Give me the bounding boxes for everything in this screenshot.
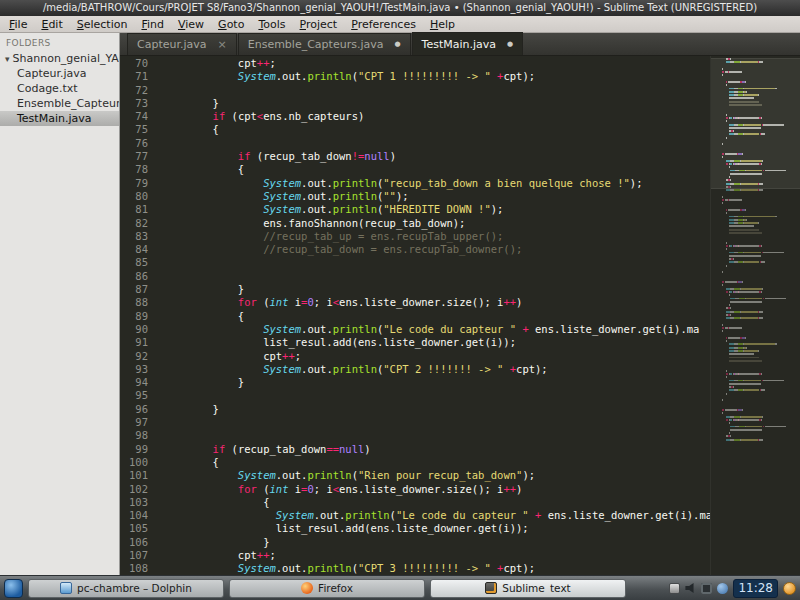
code-line: ens.fanoShannon(recup_tab_down); — [162, 217, 710, 230]
code-token: list_resul.add(ens.liste_downer.get(i)); — [162, 522, 529, 534]
code-area[interactable]: cpt++; System.out.println("CPT 1 !!!!!!!… — [156, 56, 710, 575]
sidebar-item-testmain-java[interactable]: TestMain.java — [0, 111, 119, 126]
code-token: ; — [269, 549, 275, 561]
taskbar-task-dolphin[interactable]: pc-chambre – Dolphin — [28, 579, 224, 598]
tab-capteur-java[interactable]: Capteur.java× — [127, 33, 237, 55]
line-number: 107 — [120, 549, 148, 562]
folders-header: FOLDERS — [0, 33, 119, 51]
code-token — [162, 562, 238, 574]
code-line: if (recup_tab_down==null) — [162, 443, 710, 456]
kickoff-menu-button[interactable] — [4, 579, 23, 598]
code-token: + — [491, 70, 504, 82]
tab-ensemble-capteurs-java[interactable]: Ensemble_Capteurs.java● — [238, 33, 411, 55]
code-line: } — [162, 536, 710, 549]
clock[interactable]: 11:28 — [733, 579, 778, 598]
menu-selection[interactable]: Selection — [70, 17, 135, 32]
code-token: ++ — [503, 296, 516, 308]
code-token: "Le code du capteur " — [396, 509, 529, 521]
line-number: 90 — [120, 323, 148, 336]
network-icon[interactable] — [701, 583, 712, 594]
minimap[interactable] — [710, 56, 800, 575]
firefox-icon — [301, 582, 313, 594]
line-number: 83 — [120, 230, 148, 243]
plasma-cashew-icon[interactable] — [783, 582, 796, 595]
code-token: null — [364, 150, 389, 162]
device-notifier-icon[interactable] — [717, 583, 728, 594]
line-number: 97 — [120, 416, 148, 429]
sidebar-item-capteur-java[interactable]: Capteur.java — [0, 66, 119, 81]
code-token: ens.nb_capteurs) — [263, 110, 364, 122]
code-line: { — [162, 310, 710, 323]
code-line: cpt++; — [162, 57, 710, 70]
line-number: 77 — [120, 150, 148, 163]
code-token — [162, 150, 238, 162]
sidebar-item-ensemble-capteurs-java[interactable]: Ensemble_Capteurs.java — [0, 96, 119, 111]
code-token — [162, 469, 238, 481]
code-token: i — [288, 483, 301, 495]
code-token: "Rien pour recup_tab_down" — [358, 469, 522, 481]
minimap-viewport[interactable] — [711, 58, 800, 189]
system-tray — [669, 583, 728, 594]
code-token: println — [307, 70, 351, 82]
tab-bar: Capteur.java×Ensemble_Capteurs.java●Test… — [120, 33, 800, 56]
klipper-icon[interactable] — [669, 583, 680, 594]
code-token: ( — [257, 296, 270, 308]
line-number: 102 — [120, 483, 148, 496]
code-token: ); — [491, 203, 504, 215]
code-token: ; i — [314, 483, 333, 495]
sidebar-item-codage-txt[interactable]: Codage.txt — [0, 81, 119, 96]
code-token: ); — [396, 190, 409, 202]
code-token: System — [238, 469, 276, 481]
menu-help[interactable]: Help — [423, 17, 462, 32]
code-token: ) — [516, 483, 522, 495]
menu-find[interactable]: Find — [134, 17, 171, 32]
code-token: int — [269, 296, 288, 308]
code-line — [162, 84, 710, 97]
code-token: i — [288, 296, 301, 308]
code-token: //recup_tab_up = ens.recupTab_upper(); — [162, 230, 503, 242]
close-tab-icon[interactable]: × — [218, 39, 227, 50]
menu-preferences[interactable]: Preferences — [344, 17, 423, 32]
tab-testmain-java[interactable]: TestMain.java● — [412, 32, 524, 55]
window-titlebar: /media/BATHROW/Cours/PROJET S8/Fano3/Sha… — [0, 0, 800, 16]
menu-view[interactable]: View — [171, 17, 211, 32]
code-token: .out. — [276, 469, 308, 481]
editor-column: Capteur.java×Ensemble_Capteurs.java●Test… — [120, 33, 800, 575]
code-token: null — [339, 443, 364, 455]
sublime-icon — [485, 582, 497, 594]
code-token — [162, 296, 238, 308]
folder-tree: ▾Shannon_genial_YAOUH!Capteur.javaCodage… — [0, 51, 119, 126]
code-line — [162, 416, 710, 429]
menu-file[interactable]: File — [2, 17, 34, 32]
code-line: System.out.println("CPT 3 !!!!!!!!! -> "… — [162, 562, 710, 575]
sidebar-folder-shannon-genial-yaouh[interactable]: ▾Shannon_genial_YAOUH! — [0, 51, 119, 66]
dolphin-icon — [60, 582, 72, 594]
line-number: 98 — [120, 429, 148, 442]
code-token: ++ — [257, 57, 270, 69]
volume-icon[interactable] — [685, 583, 696, 594]
code-token: ens.liste_downer.get(i).ma — [548, 509, 710, 521]
code-token: cpt); — [516, 363, 548, 375]
code-token: ); — [522, 469, 535, 481]
taskbar-task-firefox[interactable]: Firefox — [229, 579, 425, 598]
menu-edit[interactable]: Edit — [34, 17, 69, 32]
menu-project[interactable]: Project — [293, 17, 345, 32]
menu-label: Selection — [77, 18, 128, 31]
menu-label: File — [9, 18, 27, 31]
folder-expand-icon: ▾ — [5, 52, 10, 66]
code-line: //recup_tab_down = ens.recupTab_downer()… — [162, 243, 710, 256]
code-line — [162, 389, 710, 402]
code-line — [162, 137, 710, 150]
code-token — [162, 190, 263, 202]
editor: 7071727374757677787980818283848586878889… — [120, 56, 800, 575]
menu-tools[interactable]: Tools — [251, 17, 292, 32]
menu-goto[interactable]: Goto — [211, 17, 251, 32]
code-token: + — [503, 363, 516, 375]
line-number: 93 — [120, 363, 148, 376]
taskbar-task-sublime[interactable]: Sublime_text — [430, 579, 626, 598]
code-token: ); — [630, 177, 643, 189]
code-token: System — [238, 70, 276, 82]
code-token: (recup_tab_down — [225, 443, 326, 455]
code-token: int — [269, 483, 288, 495]
code-token: System — [263, 363, 301, 375]
